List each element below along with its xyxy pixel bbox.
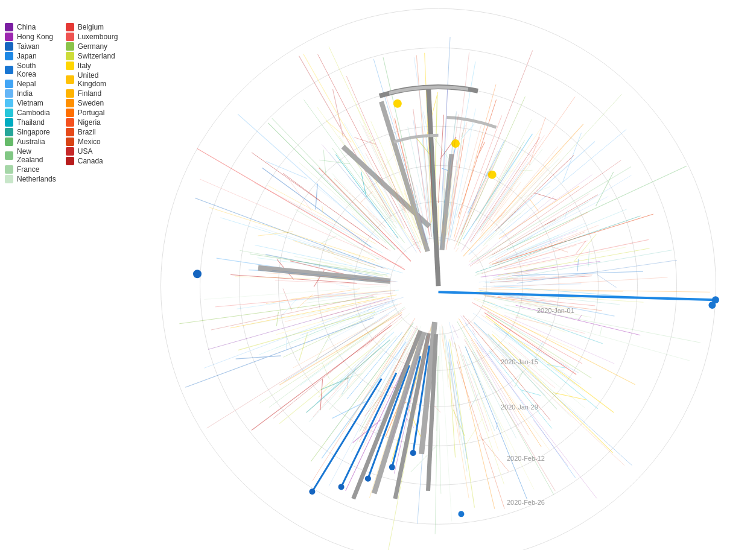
legend-item-label: Vietnam (17, 99, 43, 107)
legend-item-label: USA (78, 147, 93, 156)
legend-item-label: Cambodia (17, 109, 50, 117)
legend-swatch (5, 138, 13, 146)
legend-item[interactable]: Nepal (5, 80, 56, 88)
legend-item-label: Taiwan (17, 42, 39, 51)
legend-swatch (66, 23, 74, 31)
legend-swatch (66, 138, 74, 146)
legend-item[interactable]: Singapore (5, 128, 56, 136)
legend-col1: ChinaHong KongTaiwanJapanSouth KoreaNepa… (0, 22, 61, 185)
legend-item-label: Italy (78, 62, 91, 70)
legend-item[interactable]: New Zealand (5, 147, 56, 164)
legend-item-label: Brazil (78, 128, 96, 136)
legend-swatch (5, 99, 13, 107)
phylogeny-canvas (97, 0, 756, 550)
legend-item[interactable]: Netherlands (5, 175, 56, 183)
legend-swatch (66, 157, 74, 165)
legend-item-label: China (17, 23, 36, 31)
legend-swatch (5, 118, 13, 127)
date-label: 2020-Feb-26 (507, 499, 545, 506)
legend-swatch (66, 89, 74, 98)
legend-item-label: India (17, 89, 33, 98)
legend-item-label: Netherlands (17, 175, 56, 183)
legend-header[interactable] (0, 17, 97, 22)
legend-swatch (66, 62, 74, 70)
legend-item-label: South Korea (17, 62, 56, 78)
legend-item-label: Hong Kong (17, 33, 53, 41)
legend-swatch (5, 52, 13, 60)
legend-item[interactable]: Vietnam (5, 99, 56, 107)
legend-swatch (5, 175, 13, 183)
legend-item-label: Singapore (17, 128, 50, 136)
legend-item-label: New Zealand (17, 147, 56, 164)
date-label: 2020-Jan-29 (501, 403, 538, 411)
legend-item[interactable]: South Korea (5, 62, 56, 78)
legend-swatch (5, 89, 13, 98)
legend-swatch (5, 165, 13, 174)
legend-swatch (66, 147, 74, 156)
legend-swatch (5, 23, 13, 31)
legend-swatch (66, 99, 74, 107)
legend-swatch (5, 151, 13, 160)
legend-item[interactable]: Hong Kong (5, 33, 56, 41)
date-label: 2020-Jan-15 (501, 358, 538, 365)
legend-swatch (66, 109, 74, 117)
legend-item[interactable]: Thailand (5, 118, 56, 127)
date-label: 2020-Feb-12 (507, 455, 545, 462)
legend-columns: ChinaHong KongTaiwanJapanSouth KoreaNepa… (0, 22, 97, 185)
legend-swatch (5, 80, 13, 88)
legend-item[interactable]: Australia (5, 138, 56, 146)
legend-item[interactable]: Japan (5, 52, 56, 60)
legend-item-label: Japan (17, 52, 37, 60)
legend-swatch (66, 52, 74, 60)
legend-item-label: Nepal (17, 80, 36, 88)
legend-item-label: Australia (17, 138, 45, 146)
legend-swatch (66, 128, 74, 136)
legend-item-label: Thailand (17, 118, 45, 127)
legend-swatch (66, 33, 74, 41)
legend-swatch (66, 118, 74, 127)
legend-item[interactable]: India (5, 89, 56, 98)
date-label: 2020-Jan-01 (537, 307, 574, 314)
legend-swatch (66, 42, 74, 51)
legend-item[interactable]: France (5, 165, 56, 174)
legend-swatch (5, 109, 13, 117)
legend-item[interactable]: Cambodia (5, 109, 56, 117)
legend-item[interactable]: Taiwan (5, 42, 56, 51)
legend-swatch (5, 66, 13, 74)
legend-swatch (5, 33, 13, 41)
legend-swatch (5, 42, 13, 51)
legend-panel: ChinaHong KongTaiwanJapanSouth KoreaNepa… (0, 17, 97, 185)
legend-swatch (66, 75, 74, 84)
legend-item[interactable]: China (5, 23, 56, 31)
legend-swatch (5, 128, 13, 136)
legend-item-label: France (17, 165, 39, 174)
